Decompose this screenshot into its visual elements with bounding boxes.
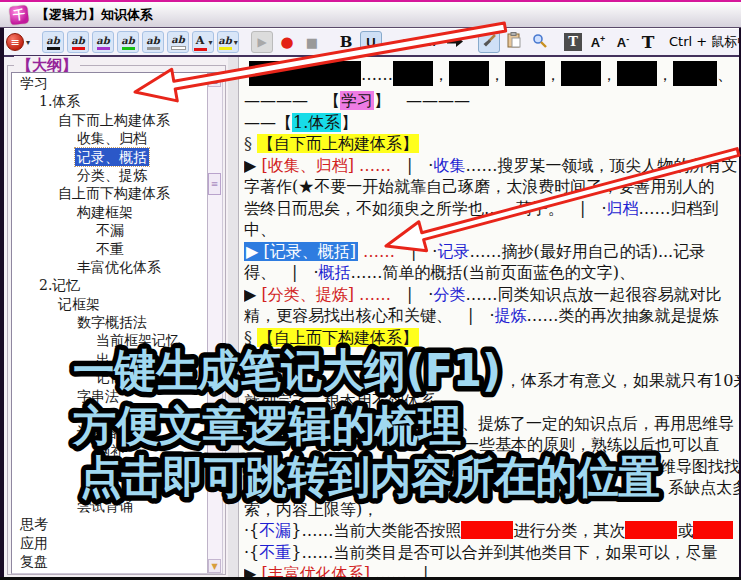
outline-item-label[interactable]: 记内容: [75, 423, 121, 441]
content-link[interactable]: 提炼: [494, 306, 526, 325]
outline-listbox[interactable]: 学习1.体系自下而上构建体系收集、归档记录、概括分类、提炼自上而下构建体系构建框…: [11, 72, 223, 574]
content-line: 握了一些基本的原则，熟练以后也可以直: [244, 434, 739, 456]
outline-item[interactable]: 出: [14, 350, 207, 368]
outline-item-label[interactable]: 字串法: [75, 387, 121, 405]
outline-item-label[interactable]: 丰富优化体系: [75, 258, 163, 276]
font-increase-button[interactable]: A+: [587, 31, 609, 53]
outline-item-label[interactable]: 数字概括法: [75, 313, 149, 331]
outline-item-label[interactable]: 不漏: [94, 221, 126, 239]
paste-button[interactable]: [503, 31, 525, 53]
bullet-list-button[interactable]: ●: [394, 31, 416, 53]
outline-item[interactable]: 记录、概括: [14, 148, 207, 166]
font-button[interactable]: T: [637, 31, 659, 53]
numbered-list-button[interactable]: 1.: [419, 31, 441, 53]
outline-item-label[interactable]: 收集、归档: [75, 129, 149, 147]
outline-item-label[interactable]: 评估: [37, 571, 69, 573]
scroll-thumb[interactable]: ≡: [208, 173, 221, 195]
outline-item-label[interactable]: 应用: [18, 534, 50, 552]
search-button[interactable]: [528, 31, 550, 53]
note-content-panel[interactable]: ·……，，，，，、———— 【学习】 ——————【1.体系】§ 【自下而上构建…: [228, 57, 739, 577]
outline-item-label[interactable]: 自上而下构建体系: [56, 184, 172, 202]
record-button[interactable]: ●: [276, 31, 298, 53]
outline-item-label[interactable]: 构建框架: [75, 203, 135, 221]
bold-button[interactable]: B: [335, 31, 357, 53]
outline-item[interactable]: 字串法: [14, 387, 207, 405]
content-link[interactable]: 不重: [259, 543, 291, 562]
outline-item[interactable]: 记内容: [14, 423, 207, 441]
outline-scrollbar[interactable]: ▲ ≡ ▼: [207, 73, 222, 573]
outline-item-label[interactable]: 记忆术: [94, 368, 140, 386]
outline-item[interactable]: 丰富优化体系: [14, 258, 207, 276]
outline-item[interactable]: 记忆术: [14, 368, 207, 386]
outline-item-label[interactable]: 1.体系: [37, 92, 82, 110]
outline-item-label[interactable]: 复盘: [18, 552, 50, 570]
content-text: | ·: [395, 242, 437, 261]
outline-item-label[interactable]: 不重: [94, 240, 126, 258]
outline-item[interactable]: 学习: [14, 74, 207, 92]
content-link[interactable]: 分类: [433, 285, 465, 304]
insert-arrow-button[interactable]: [444, 31, 466, 53]
stop-button[interactable]: ■: [301, 31, 323, 53]
outline-item-label[interactable]: 2.记忆: [37, 276, 82, 294]
outline-item[interactable]: 评估: [14, 571, 207, 573]
outline-item[interactable]: 记框架: [14, 295, 207, 313]
outline-item[interactable]: [14, 405, 207, 423]
content-link[interactable]: 概括: [318, 263, 350, 282]
outline-item[interactable]: 分类、提炼: [14, 166, 207, 184]
outline-item[interactable]: 自下而上构建体系: [14, 111, 207, 129]
content-left-scrollbar[interactable]: [228, 57, 239, 577]
format-brush-button[interactable]: [478, 31, 500, 53]
window-title: 【逻辑力】知识体系: [36, 6, 153, 24]
outline-item[interactable]: 自上而下构建体系: [14, 184, 207, 202]
outline-item-label[interactable]: 脑补: [94, 442, 126, 460]
font-color-button[interactable]: A▾: [192, 31, 214, 53]
highlight-red-button[interactable]: ab: [67, 31, 89, 53]
outline-item[interactable]: 2.记忆: [14, 276, 207, 294]
outline-item-label[interactable]: 出: [94, 350, 112, 368]
outline-item[interactable]: 1.体系: [14, 92, 207, 110]
outline-item[interactable]: 当前框架记忆: [14, 331, 207, 349]
play-button[interactable]: ▶: [251, 31, 273, 53]
outline-item[interactable]: 数字概括法: [14, 313, 207, 331]
outline-item-label[interactable]: 间: [94, 460, 112, 478]
outline-item[interactable]: 复盘: [14, 552, 207, 570]
outline-item[interactable]: 应用: [14, 534, 207, 552]
outline-item-label[interactable]: 自下而上构建体系: [56, 111, 172, 129]
content-link[interactable]: 归档: [606, 199, 638, 218]
main-menu-button[interactable]: ≡▾: [6, 31, 30, 53]
outline-item[interactable]: 构建框架: [14, 203, 207, 221]
content-line: ·{不漏}……当前大类能否按照进行分类，其次或: [244, 520, 739, 542]
highlight-green-button[interactable]: ab: [117, 31, 139, 53]
outline-item[interactable]: 脑补: [14, 442, 207, 460]
highlight-white-button[interactable]: ab: [167, 31, 189, 53]
outline-item[interactable]: 收集、归档: [14, 129, 207, 147]
outline-item[interactable]: 间: [14, 460, 207, 478]
outline-item[interactable]: [14, 479, 207, 497]
outline-item[interactable]: 思考: [14, 515, 207, 533]
content-link[interactable]: 不漏: [259, 521, 291, 540]
scroll-down-icon[interactable]: ▼: [208, 559, 221, 573]
highlight-purple-button[interactable]: ab: [92, 31, 114, 53]
scroll-up-icon[interactable]: ▲: [208, 73, 221, 87]
font-decrease-button[interactable]: A-: [612, 31, 634, 53]
highlight-black-button[interactable]: ab: [42, 31, 64, 53]
outline-item-label-selected[interactable]: 记录、概括: [75, 148, 149, 166]
outline-item-label[interactable]: 记框架: [56, 295, 102, 313]
title-bar[interactable]: 千 【逻辑力】知识体系: [0, 0, 741, 28]
outline-item[interactable]: 不漏: [14, 221, 207, 239]
outline-item-label[interactable]: 尝试背诵: [75, 497, 135, 515]
outline-item-label[interactable]: 分类、提炼: [75, 166, 149, 184]
content-selected-heading[interactable]: ▶ [记录、概括]: [244, 242, 358, 261]
outline-item[interactable]: 尝试背诵: [14, 497, 207, 515]
content-link[interactable]: 记录: [437, 242, 469, 261]
content-link[interactable]: 收集: [433, 156, 465, 175]
outline-item-label[interactable]: 当前框架记忆: [94, 331, 182, 349]
content-line: ，体系才有意义，如果就只有10来: [244, 370, 739, 392]
underline-button[interactable]: U: [360, 31, 382, 53]
text-style-button[interactable]: T: [562, 31, 584, 53]
highlight-gray-button[interactable]: ab: [142, 31, 164, 53]
outline-item-label[interactable]: 学习: [18, 74, 50, 92]
outline-item-label[interactable]: 思考: [18, 515, 50, 533]
highlight-yellow-button[interactable]: ab▾: [217, 31, 239, 53]
outline-item[interactable]: 不重: [14, 240, 207, 258]
